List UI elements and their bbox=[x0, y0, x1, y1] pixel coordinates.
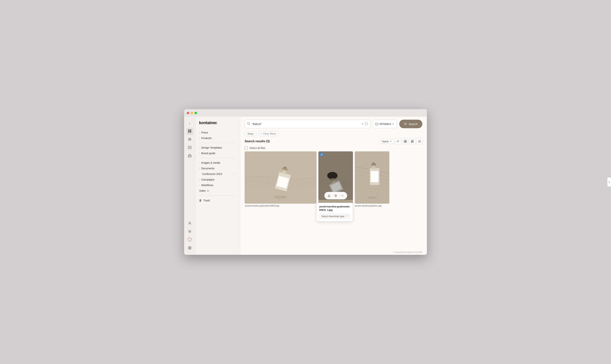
search-button[interactable]: Search bbox=[399, 120, 422, 128]
tasks-nav-button[interactable] bbox=[186, 144, 193, 151]
collapse-rail-button[interactable]: ‹ bbox=[186, 120, 193, 127]
user-icon bbox=[188, 221, 192, 226]
chevron-right-icon: › bbox=[199, 184, 200, 186]
user-nav-button[interactable] bbox=[186, 220, 193, 227]
image-card-3[interactable]: pexels-karolina-grabows-.jpg bbox=[355, 151, 389, 207]
svg-point-42 bbox=[343, 195, 343, 196]
titlebar bbox=[184, 109, 427, 117]
svg-rect-3 bbox=[190, 131, 191, 132]
minimize-window-button[interactable] bbox=[191, 112, 193, 114]
sidebar-divider bbox=[199, 143, 236, 143]
chevron-right-icon: › bbox=[199, 167, 200, 169]
svg-rect-5 bbox=[188, 139, 191, 139]
sidebar-item-label: Design Templates bbox=[201, 146, 222, 149]
chevron-right-icon: › bbox=[199, 131, 200, 134]
search-box: × bbox=[245, 120, 370, 128]
sidebar-item-products[interactable]: › Products bbox=[195, 135, 240, 141]
sidebar-item-label: Workflows bbox=[201, 184, 213, 187]
more-action-button[interactable] bbox=[340, 193, 345, 198]
svg-rect-2 bbox=[188, 131, 189, 132]
list-nav-button[interactable] bbox=[186, 136, 193, 143]
sidebar-item-label: Campaigns bbox=[201, 178, 214, 181]
sidebar-divider-3 bbox=[199, 195, 236, 196]
sidebar-item-label: Trash bbox=[203, 199, 210, 202]
show-filter-button[interactable]: Show bbox=[245, 131, 256, 136]
svg-rect-22 bbox=[412, 140, 413, 141]
search-icon-button[interactable] bbox=[247, 122, 251, 126]
svg-rect-23 bbox=[412, 142, 413, 143]
clear-filters-button[interactable]: × Clear filters bbox=[258, 131, 279, 136]
sidebar-item-label: Video bbox=[199, 189, 206, 192]
select-all-label: Select all files bbox=[250, 146, 266, 150]
sidebar-item-images-media[interactable]: › Images & media bbox=[195, 160, 240, 166]
view-controls: Name bbox=[380, 138, 422, 144]
help-icon bbox=[188, 237, 192, 243]
settings-icon: ⚙ bbox=[207, 189, 209, 192]
chevron-left-icon: ‹ bbox=[189, 121, 190, 125]
image-card-popup: pexels-karolina-grabowska-83615_1.jpg Se… bbox=[317, 203, 353, 221]
sidebar-item-workflows[interactable]: › Workflows bbox=[195, 182, 240, 188]
settings-nav-button[interactable] bbox=[186, 228, 193, 235]
sidebar-item-conference-2023[interactable]: Conference 2023 ⋮⋮ bbox=[195, 171, 240, 177]
sidebar-item-video[interactable]: Video ⚙ bbox=[195, 188, 240, 194]
grid-icon bbox=[188, 129, 192, 134]
svg-rect-19 bbox=[404, 142, 405, 143]
tasks-icon bbox=[188, 146, 192, 150]
masonry-view-button[interactable] bbox=[409, 138, 415, 144]
image-card-1[interactable]: pexels-karolina-grabowska-83615.jpg bbox=[245, 151, 317, 207]
sidebar-item-trash[interactable]: 🗑 Trash bbox=[195, 197, 240, 203]
sidebar-item-design-templates[interactable]: › Design Templates bbox=[195, 145, 240, 150]
search-input[interactable] bbox=[252, 122, 360, 126]
top-bar: × All folders bbox=[240, 117, 427, 131]
svg-rect-0 bbox=[188, 130, 189, 131]
sort-selector[interactable]: Name bbox=[380, 139, 394, 144]
chevron-right-icon: › bbox=[199, 137, 200, 139]
svg-rect-18 bbox=[405, 140, 407, 141]
svg-rect-46 bbox=[371, 171, 379, 182]
sidebar-item-label: Images & media bbox=[201, 161, 220, 164]
briefcase-nav-button[interactable] bbox=[186, 153, 193, 160]
briefcase-icon bbox=[188, 154, 192, 158]
search-clear-button[interactable]: × bbox=[362, 122, 363, 126]
sidebar-item-label: Products bbox=[201, 137, 212, 140]
svg-point-11 bbox=[189, 231, 190, 232]
sidebar-item-brand-guide[interactable]: › Brand guide bbox=[195, 150, 240, 156]
card-checkbox-checked[interactable] bbox=[320, 153, 323, 156]
image-card-2[interactable]: pexels-karolina-grabowska-83615_1.jpg pe… bbox=[319, 151, 353, 205]
svg-rect-20 bbox=[405, 142, 407, 143]
folder-selector-button[interactable]: All folders bbox=[372, 120, 397, 128]
svg-rect-4 bbox=[188, 138, 191, 139]
show-filter-label: Show bbox=[247, 132, 253, 135]
logo: kontainer. bbox=[195, 120, 240, 130]
sidebar-item-campaigns[interactable]: › Campaigns bbox=[195, 177, 240, 182]
main-layout: ‹ bbox=[184, 117, 427, 255]
svg-point-14 bbox=[189, 247, 190, 248]
close-window-button[interactable] bbox=[187, 112, 189, 114]
sidebar-item-label: Press bbox=[201, 131, 208, 134]
svg-point-26 bbox=[274, 196, 287, 199]
chevron-right-icon: › bbox=[199, 179, 200, 181]
svg-point-40 bbox=[341, 195, 342, 196]
favorite-action-button[interactable] bbox=[333, 193, 339, 198]
images-area: pexels-karolina-grabowska-83615.jpg bbox=[240, 151, 427, 249]
fullscreen-window-button[interactable] bbox=[195, 112, 197, 114]
profile-nav-button[interactable] bbox=[186, 245, 193, 252]
icon-rail: ‹ bbox=[184, 117, 195, 255]
download-action-button[interactable] bbox=[326, 193, 332, 198]
sort-icon-button[interactable] bbox=[395, 138, 401, 144]
copyright: © Copyright Kontainer A/S 2024 bbox=[240, 249, 427, 255]
svg-point-44 bbox=[368, 196, 377, 199]
search-expand-button[interactable] bbox=[365, 122, 368, 126]
profile-icon bbox=[188, 246, 192, 251]
image-filename-1: pexels-karolina-grabowska-83615.jpg bbox=[245, 205, 317, 207]
grid-view-button[interactable] bbox=[402, 138, 408, 144]
sidebar-item-press[interactable]: › Press bbox=[195, 130, 240, 135]
list-view-button[interactable] bbox=[416, 138, 422, 144]
select-all-checkbox[interactable] bbox=[245, 146, 248, 150]
download-type-selector[interactable]: Select download type bbox=[319, 214, 350, 219]
help-nav-button[interactable] bbox=[186, 236, 193, 244]
sidebar-item-documents[interactable]: › Documents bbox=[195, 166, 240, 171]
grid-nav-button[interactable] bbox=[186, 128, 193, 135]
gear-icon bbox=[188, 230, 192, 234]
popup-filename: pexels-karolina-grabowska-83615_1.jpg bbox=[319, 205, 350, 212]
